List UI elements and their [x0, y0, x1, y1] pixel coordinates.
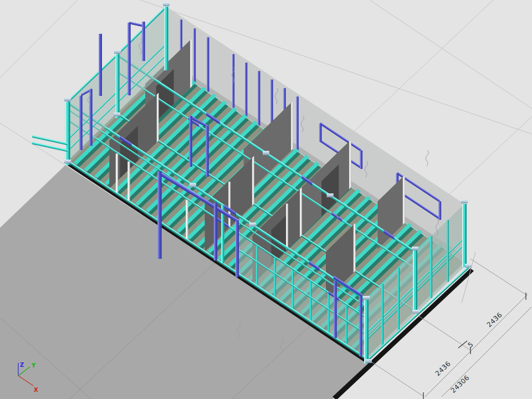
construction-line	[354, 0, 493, 131]
partition-edge	[403, 175, 405, 225]
glazing-mullion	[347, 304, 347, 345]
corner-column	[118, 54, 119, 118]
end-door-post	[144, 22, 145, 61]
dim-label-gap: 5	[467, 340, 475, 349]
back-wall-stud	[247, 63, 247, 117]
cad-viewport[interactable]: 2436 5 2436 24306 Z Y X	[0, 0, 532, 399]
connector-cap	[249, 226, 256, 227]
connector-cap	[163, 5, 170, 6]
entry-step-rail	[32, 144, 68, 152]
entry-step-rail	[32, 135, 68, 144]
end-door-post	[80, 96, 80, 150]
window-frame	[441, 201, 441, 219]
porch-post	[236, 221, 236, 277]
door-post	[208, 126, 209, 177]
construction-line	[449, 116, 532, 194]
back-wall-stud	[298, 96, 299, 151]
window-frame	[360, 151, 361, 169]
corner-column	[364, 300, 365, 364]
connector-cap	[114, 112, 120, 114]
corner-column	[165, 7, 166, 70]
back-wall-stud	[207, 37, 207, 91]
door-post	[190, 116, 190, 167]
scene-svg[interactable]: 2436 5 2436 24306 Z Y X	[0, 0, 532, 399]
end-door-post	[99, 34, 99, 96]
end-door-post	[90, 89, 90, 146]
connector-cap	[363, 299, 370, 300]
connector-cap	[64, 162, 71, 163]
back-wall-stud	[245, 63, 245, 117]
dim-label-module2-width: 2436	[434, 360, 452, 377]
back-wall-stud	[208, 37, 209, 91]
window-frame	[439, 201, 439, 219]
end-door-post	[128, 23, 129, 95]
connector-cap	[412, 310, 419, 311]
corner-column	[367, 300, 369, 364]
connector-cap	[327, 193, 334, 195]
end-door-post	[91, 89, 93, 146]
connector-cap	[163, 2, 170, 3]
door-post	[191, 116, 192, 167]
end-door-post	[81, 96, 83, 150]
end-door-post	[130, 23, 131, 95]
back-wall-stud	[259, 71, 260, 125]
witness-line-3	[370, 361, 423, 396]
end-door-post	[142, 22, 143, 61]
front-wall-post	[221, 205, 222, 263]
partition-edge	[300, 187, 302, 237]
dimension-line-widths	[425, 294, 528, 397]
corner-column	[466, 204, 467, 267]
corner-column	[69, 102, 70, 165]
corner-column	[65, 102, 66, 165]
y-axis-label: Y	[31, 362, 36, 369]
corner-column	[413, 250, 414, 314]
partition-edge	[190, 38, 192, 88]
glazing-mullion	[329, 293, 330, 334]
window-frame	[321, 124, 321, 142]
connector-cap	[461, 202, 468, 203]
connector-cap	[263, 154, 269, 155]
porch-post	[216, 203, 217, 260]
connector-cap	[465, 264, 472, 265]
connector-cap	[114, 53, 121, 54]
construction-line	[370, 0, 532, 109]
dim-label-module1-width: 2436	[485, 311, 504, 329]
connector-cap	[64, 100, 71, 101]
back-wall-stud	[193, 28, 194, 83]
end-mullion	[448, 220, 449, 282]
glazing-mullion	[257, 245, 258, 286]
back-wall-stud	[296, 96, 297, 151]
partition-edge	[349, 140, 351, 190]
partition-edge	[157, 93, 159, 142]
connector-cap	[249, 223, 256, 224]
connector-cap	[365, 362, 372, 363]
connector-cap	[465, 267, 472, 268]
dim-label-total-length: 24306	[449, 374, 471, 395]
porch-post	[336, 281, 337, 338]
porch-post	[160, 171, 161, 259]
back-wall-stud	[232, 54, 233, 109]
back-wall-stud	[258, 71, 258, 125]
connector-cap	[190, 186, 196, 187]
end-door-post	[101, 34, 102, 96]
partition-edge	[252, 156, 254, 206]
connector-cap	[461, 200, 468, 201]
end-mullion	[399, 268, 400, 330]
connector-cap	[114, 115, 120, 116]
glazing-mullion	[293, 269, 294, 310]
connector-cap	[64, 98, 71, 99]
connector-cap	[190, 183, 196, 185]
porch-post	[360, 296, 360, 356]
glazing-mullion	[311, 280, 311, 321]
porch-post	[238, 221, 239, 277]
door-post	[206, 126, 207, 177]
corner-column	[116, 54, 117, 118]
porch-post	[334, 281, 335, 338]
partition-edge	[354, 223, 356, 273]
door-jamb-stud	[230, 182, 231, 228]
door-jamb-stud	[288, 204, 288, 250]
front-wall-stud	[117, 154, 118, 192]
connector-cap	[327, 196, 334, 197]
connector-cap	[263, 151, 269, 152]
corner-column	[462, 204, 463, 267]
